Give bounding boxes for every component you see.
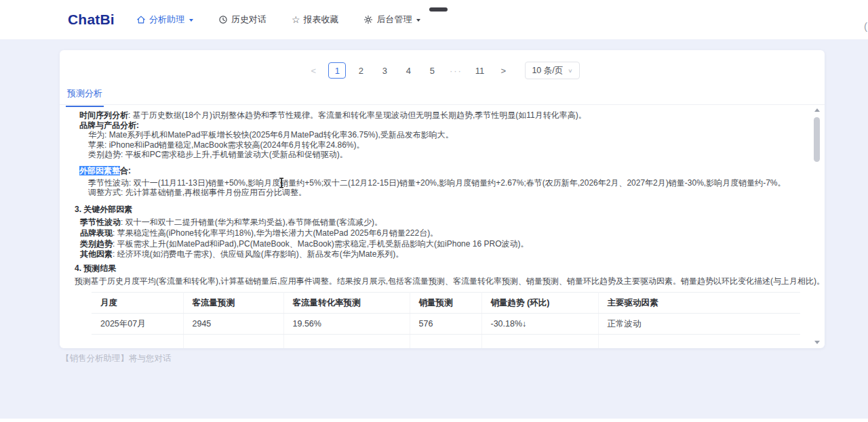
table-header-row: 月度 客流量预测 客流量转化率预测 销量预测 销量趋势 (环比) 主要驱动因素 [92,292,800,313]
cell-driver: 正常波动 [598,313,800,334]
forecast-table: 月度 客流量预测 客流量转化率预测 销量预测 销量趋势 (环比) 主要驱动因素 … [92,292,800,348]
tab-forecast-analysis[interactable]: 预测分析 [66,87,104,107]
main-nav: 分析助理 历史对话 ☆ 报表收藏 后台管理 [136,14,421,26]
brand-product-heading: 品牌与产品分析: [75,121,797,131]
cell-sales: 576 [410,313,481,334]
col-sales-trend: 销量趋势 (环比) [481,292,598,313]
nav-label: 分析助理 [149,14,184,26]
screen-top-artifact [429,7,448,12]
forecast-method-paragraph: 预测基于历史月度平均(客流量和转化率),计算基础销量后,应用事件调整。结果按月展… [75,276,797,287]
analysis-card: < 1 2 3 4 5 ··· 11 > 10 条/页 ∨ 预测分析 时间序列分… [60,50,825,348]
factor-brand-line: 品牌表现: 苹果稳定性高(iPhone转化率平均18%),华为增长潜力大(Mat… [75,228,797,238]
table-row: 2025年07月 2945 19.56% 576 -30.18%↓ 正常波动 [92,313,800,334]
col-conversion-forecast: 客流量转化率预测 [283,292,410,313]
seasonal-fluctuation-line: 季节性波动: 双十一(11月11-13日)销量+50%,影响月度销量约+5%;双… [75,178,797,188]
home-icon [136,15,146,24]
pagination-prev-button[interactable]: < [304,62,322,79]
pagination-page-11[interactable]: 11 [471,62,488,79]
vertical-scrollbar[interactable] [813,108,821,344]
app-header: ChatBi 分析助理 历史对话 ☆ 报表收藏 后台管理 [0,0,868,39]
pagination-page-5[interactable]: 5 [423,62,441,79]
category-trend-line: 类别趋势: 平板和PC需求稳步上升,手机销量波动大(受新品和促销驱动)。 [75,150,797,160]
huawei-line: 华为: Mate系列手机和MatePad平板增长较快(2025年6月MatePa… [75,130,797,140]
app-logo: ChatBi [68,12,115,28]
time-series-analysis-line: 时间序列分析: 基于历史数据(18个月)识别整体趋势和季节性规律。客流量和转化率… [75,110,797,121]
nav-item-report-favorites[interactable]: ☆ 报表收藏 [292,14,339,26]
selected-text: 外部因素整 [79,166,120,175]
text-cursor-icon [278,177,285,191]
nav-label: 报表收藏 [303,14,338,26]
tabs-bar: 预测分析 [60,87,825,105]
page-size-select[interactable]: 10 条/页 ∨ [525,62,579,79]
nav-label: 历史对话 [231,14,267,26]
pagination-page-3[interactable]: 3 [376,62,393,79]
cell-traffic: 2945 [183,313,283,334]
section-3-heading: 3. 关键外部因素 [75,205,797,215]
analysis-scroll-area[interactable]: 时间序列分析: 基于历史数据(18个月)识别整体趋势和季节性规律。客流量和转化率… [60,105,825,348]
adjustment-method-line: 调整方式: 先计算基础销量,再根据事件月份应用百分比调整。 [75,188,797,198]
scrollbar-up-arrow-icon[interactable] [814,108,820,112]
nav-label: 后台管理 [376,14,412,26]
apple-line: 苹果: iPhone和iPad销量稳定,MacBook需求较高(2024年6月转… [75,140,797,150]
scrollbar-thumb[interactable] [814,117,820,162]
pagination-ellipsis[interactable]: ··· [447,62,465,79]
section-4-heading: 4. 预测结果 [75,263,797,274]
gear-icon [363,15,373,24]
star-icon: ☆ [292,15,300,24]
pagination-next-button[interactable]: > [494,62,512,79]
factor-seasonal-line: 季节性波动: 双十一和双十二提升销量(华为和苹果均受益),春节降低销量(客流减少… [75,217,797,228]
cell-conversion: 19.56% [283,313,410,334]
cell-trend: -30.18%↓ [481,313,598,334]
pagination-page-1[interactable]: 1 [328,62,346,79]
table-row-clipped [92,334,800,348]
chevron-down-icon: ∨ [568,68,572,74]
factor-other-line: 其他因素: 经济环境(如消费电子需求)、供应链风险(库存影响)、新品发布(华为M… [75,249,797,259]
external-factors-heading: 外部因素整合: [75,166,797,176]
scrollbar-down-arrow-icon[interactable] [814,341,820,344]
nav-item-history-chats[interactable]: 历史对话 [218,14,267,26]
col-main-drivers: 主要驱动因素 [598,292,800,313]
right-edge-cropped-glyph: ( [864,20,867,32]
clock-icon [218,15,228,24]
chevron-down-icon [189,19,193,22]
nav-item-analysis-assistant[interactable]: 分析助理 [136,14,193,26]
page-size-value: 10 条/页 [532,65,563,77]
cell-month: 2025年07月 [92,313,183,334]
col-month: 月度 [92,292,183,313]
col-sales-forecast: 销量预测 [410,292,481,313]
col-traffic-forecast: 客流量预测 [183,292,283,313]
nav-item-admin[interactable]: 后台管理 [363,14,420,26]
assistant-chat-hint: 【销售分析助理】将与您对话 [61,353,172,364]
pagination-page-4[interactable]: 4 [399,62,417,79]
pagination-page-2[interactable]: 2 [352,62,370,79]
factor-category-line: 类别趋势: 平板需求上升(如MatePad和iPad),PC(MateBook、… [75,239,797,249]
chevron-down-icon [416,19,420,22]
pagination: < 1 2 3 4 5 ··· 11 > 10 条/页 ∨ [60,50,825,79]
